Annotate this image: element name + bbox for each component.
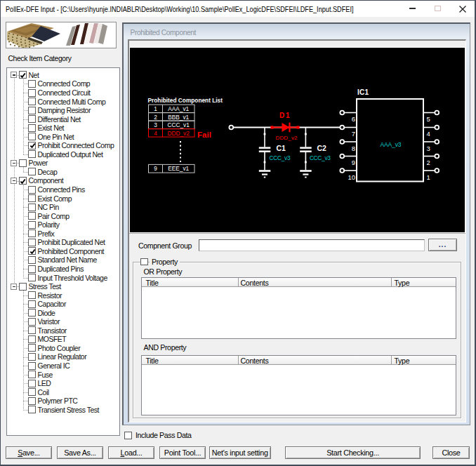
svg-text:AAA_v3: AAA_v3 [380,141,401,148]
svg-text:4: 4 [154,129,157,136]
svg-text:4: 4 [426,130,430,138]
svg-text:IC1: IC1 [357,88,368,96]
svg-text:EEE_v1: EEE_v1 [168,165,189,172]
svg-text:9: 9 [154,165,157,172]
svg-text:9: 9 [351,159,355,166]
svg-text:CCC_v3: CCC_v3 [269,154,290,161]
svg-text:10: 10 [348,173,355,180]
svg-text:1: 1 [426,173,430,180]
svg-text:8: 8 [351,144,355,152]
svg-text:C2: C2 [317,144,326,152]
svg-text:7: 7 [351,130,355,138]
svg-text:DDD_v2: DDD_v2 [167,129,190,136]
svg-text:3: 3 [426,144,430,152]
svg-text:Fail: Fail [197,130,211,138]
svg-text:2: 2 [426,159,430,166]
svg-text:1: 1 [154,105,157,112]
svg-text:Prohibited Component List: Prohibited Component List [147,97,223,104]
svg-text:6: 6 [351,115,355,123]
svg-text:CCC_v3: CCC_v3 [309,154,330,161]
svg-text:BBB_v1: BBB_v1 [168,113,189,120]
svg-text:3: 3 [154,121,157,128]
svg-text:C1: C1 [276,144,286,152]
svg-text:2: 2 [154,113,157,120]
svg-text:DDD_v2: DDD_v2 [275,135,298,141]
svg-text:5: 5 [426,115,430,123]
svg-text:D1: D1 [279,112,290,119]
svg-text:AAA_v1: AAA_v1 [168,105,189,112]
svg-text:CCC_v1: CCC_v1 [167,121,190,128]
